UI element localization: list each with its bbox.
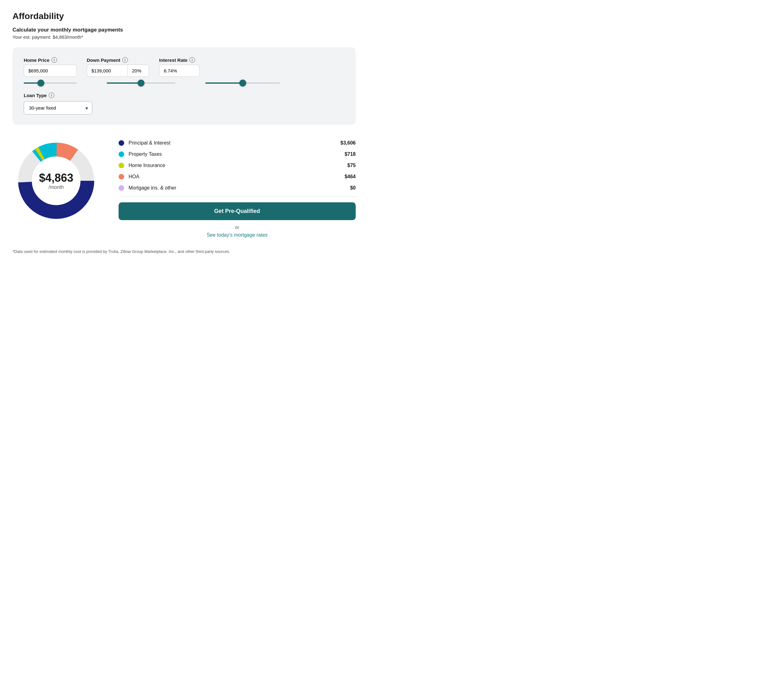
mortgage-rates-link[interactable]: See today's mortgage rates bbox=[118, 232, 356, 238]
legend-label: Home Insurance bbox=[128, 163, 337, 168]
loan-type-select-wrap: 30-year fixed 15-year fixed 5/1 ARM 7/1 … bbox=[24, 101, 92, 115]
down-payment-label: Down Payment i bbox=[87, 57, 149, 63]
down-payment-group: Down Payment i bbox=[87, 57, 149, 77]
bottom-section: $4,863 /month Principal & Interest $3,60… bbox=[12, 137, 356, 238]
legend-value: $0 bbox=[337, 185, 356, 191]
donut-center: $4,863 /month bbox=[39, 172, 73, 190]
home-price-slider[interactable] bbox=[24, 82, 77, 84]
down-payment-slider[interactable] bbox=[107, 82, 175, 84]
legend-dot bbox=[118, 185, 124, 191]
interest-rate-input[interactable] bbox=[159, 65, 200, 77]
legend-dot bbox=[118, 140, 124, 146]
legend-item: Property Taxes $718 bbox=[118, 152, 356, 157]
loan-type-label: Loan Type i bbox=[24, 92, 344, 98]
loan-type-select[interactable]: 30-year fixed 15-year fixed 5/1 ARM 7/1 … bbox=[24, 101, 92, 115]
calculator-card: Home Price i Down Payment i Interest Rat… bbox=[12, 47, 356, 125]
legend-dot bbox=[118, 174, 124, 180]
get-pre-qualified-button[interactable]: Get Pre-Qualified bbox=[118, 202, 356, 220]
legend-item: Principal & Interest $3,606 bbox=[118, 140, 356, 146]
home-price-info-icon[interactable]: i bbox=[52, 57, 57, 63]
cta-or-text: or bbox=[118, 225, 356, 230]
home-price-input[interactable] bbox=[24, 65, 77, 77]
down-payment-pct-input[interactable] bbox=[127, 65, 149, 77]
legend-label: Mortgage ins. & other bbox=[128, 185, 337, 191]
legend-item: Home Insurance $75 bbox=[118, 163, 356, 168]
legend-item: Mortgage ins. & other $0 bbox=[118, 185, 356, 191]
donut-month: /month bbox=[49, 185, 64, 190]
legend-value: $464 bbox=[337, 174, 356, 180]
loan-type-section: Loan Type i 30-year fixed 15-year fixed … bbox=[24, 92, 344, 115]
legend-value: $75 bbox=[337, 163, 356, 168]
legend-dot bbox=[118, 163, 124, 168]
home-price-group: Home Price i bbox=[24, 57, 77, 77]
legend-label: HOA bbox=[128, 174, 337, 180]
legend-item: HOA $464 bbox=[118, 174, 356, 180]
interest-rate-info-icon[interactable]: i bbox=[190, 57, 195, 63]
down-payment-info-icon[interactable]: i bbox=[122, 57, 128, 63]
sliders-row bbox=[24, 82, 344, 84]
inputs-row: Home Price i Down Payment i Interest Rat… bbox=[24, 57, 344, 77]
loan-type-info-icon[interactable]: i bbox=[49, 92, 54, 98]
legend-value: $3,606 bbox=[337, 140, 356, 146]
legend-label: Principal & Interest bbox=[128, 140, 337, 146]
legend-list: Principal & Interest $3,606 Property Tax… bbox=[118, 140, 356, 191]
interest-rate-slider[interactable] bbox=[205, 82, 280, 84]
down-payment-dollar-input[interactable] bbox=[87, 65, 127, 77]
interest-rate-group: Interest Rate i bbox=[159, 57, 200, 77]
legend-section: Principal & Interest $3,606 Property Tax… bbox=[118, 137, 356, 238]
donut-chart: $4,863 /month bbox=[12, 137, 100, 225]
legend-value: $718 bbox=[337, 152, 356, 157]
est-payment-text: Your est. payment: $4,863/month* bbox=[12, 34, 356, 40]
down-payment-inputs bbox=[87, 65, 149, 77]
donut-amount: $4,863 bbox=[39, 172, 73, 185]
legend-dot bbox=[118, 152, 124, 157]
home-price-label: Home Price i bbox=[24, 57, 77, 63]
page-title: Affordability bbox=[12, 11, 356, 21]
disclaimer-text: *Data used for estimated monthly cost is… bbox=[12, 249, 356, 254]
legend-label: Property Taxes bbox=[128, 152, 337, 157]
calculator-subtitle: Calculate your monthly mortgage payments bbox=[12, 27, 356, 33]
interest-rate-label: Interest Rate i bbox=[159, 57, 200, 63]
